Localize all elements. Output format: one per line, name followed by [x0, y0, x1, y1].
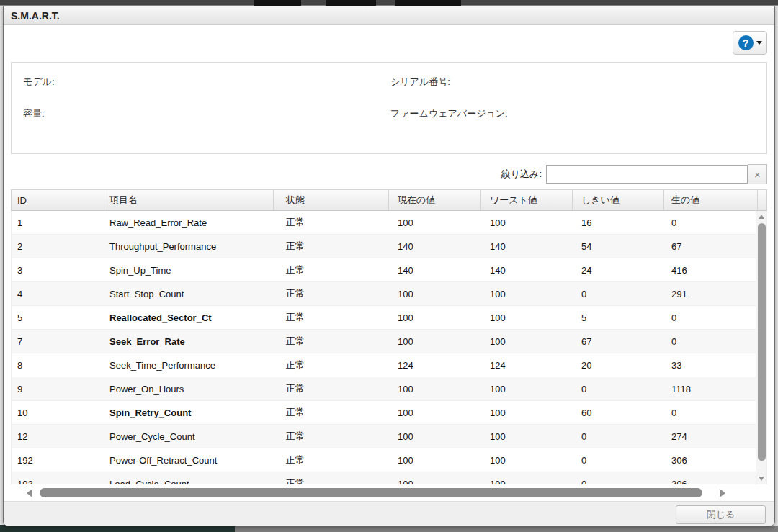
horizontal-scrollbar[interactable]	[11, 487, 767, 499]
dialog-title: S.M.A.R.T.	[11, 10, 60, 22]
close-icon: ×	[754, 168, 761, 181]
dialog-titlebar: S.M.A.R.T.	[4, 6, 774, 25]
cell-name: Power_Cycle_Count	[104, 425, 274, 448]
cell-threshold: 5	[573, 306, 664, 329]
scroll-down-icon[interactable]	[759, 477, 764, 481]
cell-name: Reallocated_Sector_Ct	[104, 306, 274, 329]
cell-name: Load_Cycle_Count	[104, 472, 274, 484]
cell-status: 正常	[274, 448, 389, 472]
help-button[interactable]: ?	[733, 31, 767, 55]
table-row[interactable]: 1 Raw_Read_Error_Rate 正常 100 100 16 0	[12, 211, 767, 235]
cell-raw: 306	[664, 472, 758, 484]
cell-name: Raw_Read_Error_Rate	[104, 211, 274, 234]
scroll-right-icon[interactable]	[720, 489, 725, 497]
cell-id: 10	[12, 401, 104, 424]
cell-raw: 274	[664, 425, 758, 448]
column-header-filler	[758, 190, 766, 210]
cell-current: 100	[389, 472, 481, 484]
column-header-raw[interactable]: 生の値	[664, 190, 758, 210]
cell-threshold: 54	[573, 235, 664, 258]
filter-row: 絞り込み: ×	[11, 164, 767, 184]
help-row: ?	[11, 25, 767, 62]
cell-worst: 100	[481, 211, 573, 234]
model-row: モデル:	[23, 76, 390, 89]
chevron-down-icon	[756, 41, 762, 45]
cell-current: 100	[389, 306, 481, 329]
table-body-viewport: 1 Raw_Read_Error_Rate 正常 100 100 16 0 2 …	[11, 211, 767, 484]
cell-current: 124	[389, 353, 481, 377]
cell-threshold: 24	[573, 258, 664, 281]
cell-threshold: 20	[573, 353, 664, 377]
column-header-current[interactable]: 現在の値	[389, 190, 481, 210]
cell-id: 9	[12, 377, 104, 400]
cell-raw: 0	[664, 211, 758, 234]
close-button[interactable]: 閉じる	[676, 505, 766, 524]
cell-status: 正常	[274, 258, 389, 281]
cell-status: 正常	[274, 235, 389, 258]
vertical-scrollbar-thumb[interactable]	[758, 223, 766, 461]
table-row[interactable]: 4 Start_Stop_Count 正常 100 100 0 291	[12, 282, 767, 306]
background-tab	[254, 0, 301, 6]
cell-worst: 100	[481, 448, 573, 472]
drive-info-panel: モデル: シリアル番号: 容量: ファームウェアバージョン:	[11, 62, 767, 154]
cell-raw: 291	[664, 282, 758, 305]
model-label: モデル:	[23, 76, 55, 87]
cell-threshold: 0	[573, 472, 664, 484]
table-row[interactable]: 3 Spin_Up_Time 正常 140 140 24 416	[12, 258, 767, 282]
cell-raw: 1118	[664, 377, 758, 400]
cell-threshold: 0	[573, 282, 664, 305]
table-row[interactable]: 8 Seek_Time_Performance 正常 124 124 20 33	[12, 353, 767, 377]
background-page-top-strip	[0, 0, 778, 6]
cell-threshold: 67	[573, 330, 664, 353]
scroll-left-icon[interactable]	[27, 489, 32, 497]
cell-raw: 0	[664, 306, 758, 329]
table-row[interactable]: 7 Seek_Error_Rate 正常 100 100 67 0	[12, 330, 767, 353]
help-icon: ?	[738, 35, 754, 50]
clear-filter-button[interactable]: ×	[748, 164, 767, 184]
cell-raw: 0	[664, 330, 758, 353]
capacity-row: 容量:	[23, 107, 390, 120]
filter-input[interactable]	[546, 165, 748, 184]
cell-threshold: 60	[573, 401, 664, 424]
cell-status: 正常	[274, 401, 389, 424]
column-header-id[interactable]: ID	[12, 190, 104, 210]
cell-id: 8	[12, 353, 104, 377]
vertical-scrollbar[interactable]	[756, 211, 766, 484]
table-row[interactable]: 9 Power_On_Hours 正常 100 100 0 1118	[12, 377, 767, 401]
column-header-name[interactable]: 項目名	[104, 190, 274, 210]
cell-worst: 140	[481, 258, 573, 281]
cell-current: 100	[389, 282, 481, 305]
table-row[interactable]: 10 Spin_Retry_Count 正常 100 100 60 0	[12, 401, 767, 425]
column-header-threshold[interactable]: しきい値	[573, 190, 664, 210]
column-header-status[interactable]: 状態	[274, 190, 389, 210]
background-tab	[395, 0, 461, 6]
table-row[interactable]: 12 Power_Cycle_Count 正常 100 100 0 274	[12, 425, 767, 448]
cell-worst: 100	[481, 425, 573, 448]
cell-worst: 100	[481, 472, 573, 484]
cell-name: Seek_Error_Rate	[104, 330, 274, 353]
cell-raw: 306	[664, 448, 758, 472]
firmware-label: ファームウェアバージョン:	[390, 108, 508, 119]
cell-worst: 100	[481, 306, 573, 329]
cell-threshold: 0	[573, 425, 664, 448]
cell-name: Spin_Retry_Count	[104, 401, 274, 424]
cell-worst: 100	[481, 282, 573, 305]
cell-status: 正常	[274, 353, 389, 377]
cell-status: 正常	[274, 425, 389, 448]
cell-current: 100	[389, 448, 481, 472]
cell-threshold: 16	[573, 211, 664, 234]
table-row[interactable]: 5 Reallocated_Sector_Ct 正常 100 100 5 0	[12, 306, 767, 330]
cell-name: Start_Stop_Count	[104, 282, 274, 305]
scroll-up-icon[interactable]	[759, 215, 764, 219]
cell-id: 4	[12, 282, 104, 305]
firmware-row: ファームウェアバージョン:	[390, 107, 766, 120]
table-row[interactable]: 192 Power-Off_Retract_Count 正常 100 100 0…	[12, 448, 767, 472]
table-row[interactable]: 2 Throughput_Performance 正常 140 140 54 6…	[12, 235, 767, 258]
cell-current: 100	[389, 330, 481, 353]
table-row[interactable]: 193 Load_Cycle_Count 正常 100 100 0 306	[12, 472, 767, 484]
cell-current: 100	[389, 401, 481, 424]
cell-raw: 67	[664, 235, 758, 258]
column-header-worst[interactable]: ワースト値	[481, 190, 573, 210]
horizontal-scrollbar-thumb[interactable]	[40, 488, 702, 497]
cell-name: Power-Off_Retract_Count	[104, 448, 274, 472]
